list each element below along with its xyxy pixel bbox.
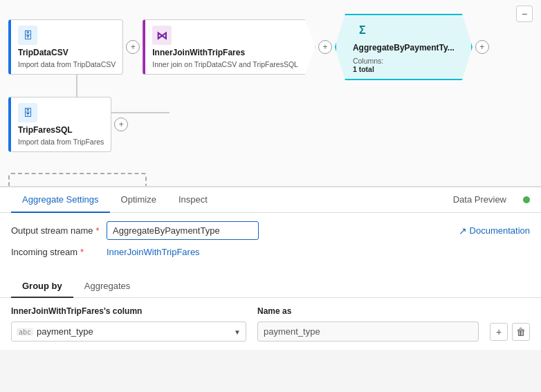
node-trip-fares[interactable]: 🗄 TripFaresSQL Import data from TripFare… [8,97,111,152]
tab-aggregate-settings[interactable]: Aggregate Settings [11,187,110,213]
node-wrapper-1: 🗄 TripDataCSV Import data from TripDataC… [8,19,143,75]
node-cols-agg: Columns: 1 total [353,57,455,73]
add-after-csv-button[interactable]: + [126,40,140,54]
node-icon-fares: 🗄 [18,103,37,122]
trash-icon: 🗑 [516,326,526,337]
join-icon-symbol: ⋈ [156,29,167,42]
incoming-stream-row: Incoming stream * InnerJoinWithTripFares [11,247,530,257]
col-header-row: InnerJoinWithTripFares's column Name as [11,306,530,316]
form-area: Output stream name * ↗ Documentation Inc… [0,213,541,272]
column-row-1: abc payment_type ▼ + 🗑 [11,321,530,342]
csv-icon-symbol: 🗄 [23,30,33,41]
column-config: InnerJoinWithTripFares's column Name as … [0,298,541,350]
node-icon-csv: 🗄 [18,26,37,45]
incoming-stream-link[interactable]: InnerJoinWithTripFares [107,247,200,257]
col-header-name-as: Name as [257,306,530,316]
action-buttons: + 🗑 [490,323,530,341]
node-aggregate[interactable]: Σ AggregateByPaymentTy... Columns: 1 tot… [335,14,473,80]
node-title-join: InnerJoinWithTripFares [152,48,298,57]
add-after-agg-button[interactable]: + [475,40,489,54]
minus-icon: − [522,8,527,19]
delete-column-button[interactable]: 🗑 [512,323,530,341]
sub-tab-group-by[interactable]: Group by [11,275,73,298]
add-column-button[interactable]: + [490,323,508,341]
pipeline-row-1: 🗄 TripDataCSV Import data from TripDataC… [8,14,492,80]
col-select-dropdown[interactable]: payment_type [11,321,246,342]
node-title-agg: AggregateByPaymentTy... [353,43,455,53]
output-stream-label: Output stream name * [11,225,101,236]
required-star-output: * [96,225,100,236]
output-stream-row: Output stream name * ↗ Documentation [11,221,530,240]
col-name-input[interactable] [257,321,479,342]
external-link-icon: ↗ [459,225,467,236]
col-select-wrapper: abc payment_type ▼ [11,321,246,342]
node-desc-join: Inner join on TripDataCSV and TripFaresS… [152,60,298,68]
node-desc-fares: Import data from TripFares [18,138,104,146]
node-desc-csv: Import data from TripDataCSV [18,60,116,68]
node-icon-agg: Σ [353,21,372,40]
node-wrapper-2: ⋈ InnerJoinWithTripFares Inner join on T… [143,19,335,75]
tab-optimize[interactable]: Optimize [110,187,167,213]
tab-status [523,196,530,203]
output-stream-input[interactable] [107,221,259,240]
canvas-controls: − [516,6,533,22]
node-title-fares: TripFaresSQL [18,125,104,135]
add-after-join-button[interactable]: + [318,40,332,54]
tabs-right: Data Preview [442,187,530,212]
col-header-column: InnerJoinWithTripFares's column [11,306,246,316]
main-tabs-bar: Aggregate Settings Optimize Inspect Data… [0,187,541,213]
node-wrapper-3: Σ AggregateByPaymentTy... Columns: 1 tot… [335,14,492,80]
sub-tabs-bar: Group by Aggregates [0,275,541,298]
node-title-csv: TripDataCSV [18,48,116,57]
pipeline-canvas: 🗄 TripDataCSV Import data from TripDataC… [0,0,541,187]
tab-data-preview[interactable]: Data Preview [442,187,517,213]
required-star-incoming: * [80,247,84,257]
dashed-selection-box [8,173,147,187]
bottom-panel: Aggregate Settings Optimize Inspect Data… [0,187,541,350]
node-trip-data-csv[interactable]: 🗄 TripDataCSV Import data from TripDataC… [8,19,123,75]
pipeline-row-2: 🗄 TripFaresSQL Import data from TripFare… [8,97,131,152]
zoom-out-button[interactable]: − [516,6,533,22]
add-after-fares-button[interactable]: + [114,118,128,131]
node-inner-join[interactable]: ⋈ InnerJoinWithTripFares Inner join on T… [143,19,315,75]
tab-inspect[interactable]: Inspect [167,187,219,213]
sigma-icon-symbol: Σ [359,24,366,37]
col-type-prefix: abc [17,328,33,335]
node-icon-join: ⋈ [152,26,172,45]
sub-tab-aggregates[interactable]: Aggregates [73,275,142,298]
documentation-link[interactable]: ↗ Documentation [459,225,530,236]
fares-icon-symbol: 🗄 [23,107,33,118]
incoming-stream-label: Incoming stream * [11,247,101,257]
status-indicator [523,196,530,203]
